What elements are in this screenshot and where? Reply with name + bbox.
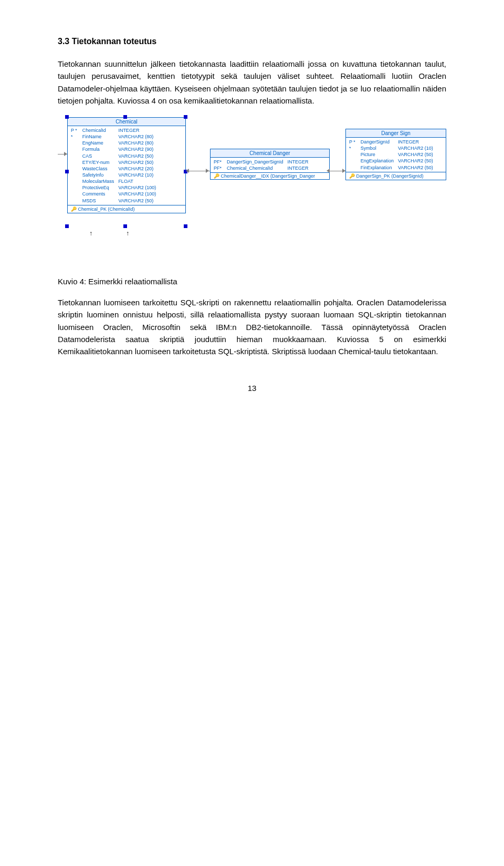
selection-handle (184, 115, 187, 119)
selection-handle (184, 224, 187, 228)
entity-dangersign-title: Danger Sign (346, 129, 446, 138)
paragraph-1: Tietokannan suunnittelun jälkeen tietoka… (58, 58, 446, 107)
selection-handle (123, 224, 127, 228)
arrowhead-left-icon (186, 169, 189, 173)
entity-chemical-title: Chemical (68, 118, 185, 126)
selection-handle (65, 224, 69, 228)
up-arrow-icon: ↑ (126, 230, 129, 237)
paragraph-2: Tietokannan luomiseen tarkoitettu SQL-sk… (58, 296, 446, 357)
er-diagram: Chemical P * * ChemicalId FinName EngNam… (58, 117, 446, 270)
figure-caption: Kuvio 4: Esimerkki relaatiomallista (58, 277, 446, 286)
entity-chemicaldanger: Chemical Danger PF* PF* DangerSign_Dange… (210, 149, 330, 180)
selection-handle (65, 170, 69, 173)
page-number: 13 (58, 384, 446, 393)
selection-handle (123, 115, 127, 119)
entity-chemical: Chemical P * * ChemicalId FinName EngNam… (67, 117, 186, 213)
arrowhead-right-icon (64, 152, 67, 156)
section-heading: 3.3 Tietokannan toteutus (58, 37, 446, 46)
entity-dangersign: Danger Sign P * * DangerSignId Symbol Pi… (345, 129, 446, 180)
entity-chemical-colnames: P * * (68, 126, 79, 205)
arrowhead-left-icon (327, 169, 330, 173)
up-arrow-icon: ↑ (89, 230, 92, 237)
entity-chemicaldanger-title: Chemical Danger (211, 149, 329, 158)
arrowhead-right-icon (206, 169, 209, 173)
selection-handle (65, 115, 69, 119)
arrowhead-right-icon (342, 169, 345, 173)
